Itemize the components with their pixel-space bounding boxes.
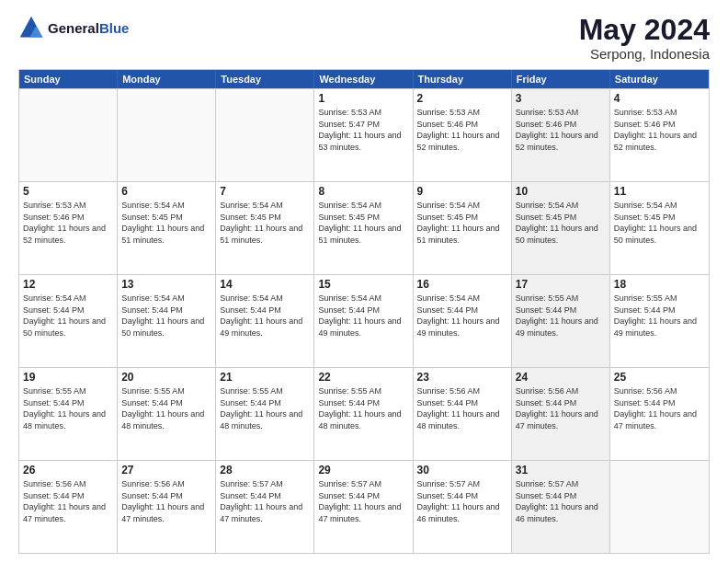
cal-cell: 29Sunrise: 5:57 AM Sunset: 5:44 PM Dayli… bbox=[314, 461, 413, 553]
cell-text: Sunrise: 5:53 AM Sunset: 5:46 PM Dayligh… bbox=[417, 107, 507, 153]
header-day-friday: Friday bbox=[512, 70, 610, 88]
cal-cell: 31Sunrise: 5:57 AM Sunset: 5:44 PM Dayli… bbox=[512, 461, 610, 553]
cell-text: Sunrise: 5:54 AM Sunset: 5:45 PM Dayligh… bbox=[516, 200, 606, 246]
cell-text: Sunrise: 5:54 AM Sunset: 5:44 PM Dayligh… bbox=[23, 293, 113, 339]
cal-cell: 20Sunrise: 5:55 AM Sunset: 5:44 PM Dayli… bbox=[118, 368, 216, 460]
day-number: 3 bbox=[516, 92, 606, 105]
day-number: 11 bbox=[614, 185, 705, 198]
page: GeneralBlue May 2024 Serpong, Indonesia … bbox=[0, 0, 728, 563]
cal-cell: 15Sunrise: 5:54 AM Sunset: 5:44 PM Dayli… bbox=[314, 275, 413, 367]
cell-text: Sunrise: 5:57 AM Sunset: 5:44 PM Dayligh… bbox=[516, 478, 606, 524]
cell-text: Sunrise: 5:54 AM Sunset: 5:45 PM Dayligh… bbox=[121, 200, 211, 246]
cal-cell: 16Sunrise: 5:54 AM Sunset: 5:44 PM Dayli… bbox=[414, 275, 512, 367]
cal-cell bbox=[610, 461, 709, 553]
cell-text: Sunrise: 5:56 AM Sunset: 5:44 PM Dayligh… bbox=[121, 478, 211, 524]
cell-text: Sunrise: 5:56 AM Sunset: 5:44 PM Dayligh… bbox=[417, 385, 507, 431]
day-number: 20 bbox=[121, 371, 211, 384]
week-row-2: 5Sunrise: 5:53 AM Sunset: 5:46 PM Daylig… bbox=[19, 181, 709, 274]
cell-text: Sunrise: 5:57 AM Sunset: 5:44 PM Dayligh… bbox=[318, 478, 408, 524]
cell-text: Sunrise: 5:54 AM Sunset: 5:45 PM Dayligh… bbox=[318, 200, 408, 246]
cal-cell: 6Sunrise: 5:54 AM Sunset: 5:45 PM Daylig… bbox=[118, 182, 216, 274]
day-number: 21 bbox=[220, 371, 310, 384]
day-number: 14 bbox=[220, 278, 310, 291]
day-number: 1 bbox=[318, 92, 408, 105]
cell-text: Sunrise: 5:53 AM Sunset: 5:46 PM Dayligh… bbox=[516, 107, 606, 153]
cal-cell: 26Sunrise: 5:56 AM Sunset: 5:44 PM Dayli… bbox=[19, 461, 118, 553]
day-number: 6 bbox=[121, 185, 211, 198]
cal-cell: 12Sunrise: 5:54 AM Sunset: 5:44 PM Dayli… bbox=[19, 275, 118, 367]
day-number: 15 bbox=[318, 278, 408, 291]
logo-general: General bbox=[48, 20, 99, 36]
logo-blue-text: Blue bbox=[99, 20, 130, 36]
cal-cell bbox=[118, 89, 216, 181]
cell-text: Sunrise: 5:54 AM Sunset: 5:44 PM Dayligh… bbox=[318, 293, 408, 339]
cal-cell: 21Sunrise: 5:55 AM Sunset: 5:44 PM Dayli… bbox=[216, 368, 314, 460]
cal-cell: 2Sunrise: 5:53 AM Sunset: 5:46 PM Daylig… bbox=[414, 89, 512, 181]
cal-cell: 19Sunrise: 5:55 AM Sunset: 5:44 PM Dayli… bbox=[19, 368, 118, 460]
cell-text: Sunrise: 5:56 AM Sunset: 5:44 PM Dayligh… bbox=[614, 385, 705, 431]
cell-text: Sunrise: 5:55 AM Sunset: 5:44 PM Dayligh… bbox=[516, 293, 606, 339]
cell-text: Sunrise: 5:53 AM Sunset: 5:46 PM Dayligh… bbox=[23, 200, 113, 246]
day-number: 22 bbox=[318, 371, 408, 384]
cell-text: Sunrise: 5:54 AM Sunset: 5:45 PM Dayligh… bbox=[220, 200, 310, 246]
header-day-thursday: Thursday bbox=[414, 70, 512, 88]
logo-text: GeneralBlue bbox=[48, 20, 129, 36]
week-row-3: 12Sunrise: 5:54 AM Sunset: 5:44 PM Dayli… bbox=[19, 274, 709, 367]
cal-cell: 25Sunrise: 5:56 AM Sunset: 5:44 PM Dayli… bbox=[610, 368, 709, 460]
cell-text: Sunrise: 5:57 AM Sunset: 5:44 PM Dayligh… bbox=[417, 478, 507, 524]
header-day-monday: Monday bbox=[118, 70, 216, 88]
title-area: May 2024 Serpong, Indonesia bbox=[579, 15, 710, 62]
cell-text: Sunrise: 5:53 AM Sunset: 5:47 PM Dayligh… bbox=[318, 107, 408, 153]
day-number: 26 bbox=[23, 464, 113, 477]
calendar-body: 1Sunrise: 5:53 AM Sunset: 5:47 PM Daylig… bbox=[19, 88, 709, 553]
cell-text: Sunrise: 5:55 AM Sunset: 5:44 PM Dayligh… bbox=[121, 385, 211, 431]
day-number: 12 bbox=[23, 278, 113, 291]
day-number: 16 bbox=[417, 278, 507, 291]
day-number: 23 bbox=[417, 371, 507, 384]
cal-cell: 9Sunrise: 5:54 AM Sunset: 5:45 PM Daylig… bbox=[414, 182, 512, 274]
cal-cell: 23Sunrise: 5:56 AM Sunset: 5:44 PM Dayli… bbox=[414, 368, 512, 460]
logo: GeneralBlue bbox=[18, 15, 129, 40]
header: GeneralBlue May 2024 Serpong, Indonesia bbox=[18, 15, 710, 62]
calendar: SundayMondayTuesdayWednesdayThursdayFrid… bbox=[18, 69, 710, 554]
cal-cell: 13Sunrise: 5:54 AM Sunset: 5:44 PM Dayli… bbox=[118, 275, 216, 367]
day-number: 30 bbox=[417, 464, 507, 477]
cal-cell: 24Sunrise: 5:56 AM Sunset: 5:44 PM Dayli… bbox=[512, 368, 610, 460]
cell-text: Sunrise: 5:54 AM Sunset: 5:45 PM Dayligh… bbox=[417, 200, 507, 246]
month-title: May 2024 bbox=[579, 15, 710, 44]
day-number: 28 bbox=[220, 464, 310, 477]
header-day-saturday: Saturday bbox=[610, 70, 709, 88]
cal-cell: 22Sunrise: 5:55 AM Sunset: 5:44 PM Dayli… bbox=[314, 368, 413, 460]
cell-text: Sunrise: 5:54 AM Sunset: 5:45 PM Dayligh… bbox=[614, 200, 705, 246]
location: Serpong, Indonesia bbox=[579, 46, 710, 62]
cell-text: Sunrise: 5:54 AM Sunset: 5:44 PM Dayligh… bbox=[220, 293, 310, 339]
cal-cell bbox=[216, 89, 314, 181]
cell-text: Sunrise: 5:54 AM Sunset: 5:44 PM Dayligh… bbox=[121, 293, 211, 339]
logo-icon bbox=[18, 15, 44, 40]
day-number: 2 bbox=[417, 92, 507, 105]
cal-cell: 7Sunrise: 5:54 AM Sunset: 5:45 PM Daylig… bbox=[216, 182, 314, 274]
header-day-sunday: Sunday bbox=[19, 70, 118, 88]
day-number: 27 bbox=[121, 464, 211, 477]
header-day-tuesday: Tuesday bbox=[216, 70, 314, 88]
day-number: 25 bbox=[614, 371, 705, 384]
day-number: 10 bbox=[516, 185, 606, 198]
day-number: 17 bbox=[516, 278, 606, 291]
day-number: 5 bbox=[23, 185, 113, 198]
cell-text: Sunrise: 5:55 AM Sunset: 5:44 PM Dayligh… bbox=[220, 385, 310, 431]
cal-cell: 27Sunrise: 5:56 AM Sunset: 5:44 PM Dayli… bbox=[118, 461, 216, 553]
day-number: 9 bbox=[417, 185, 507, 198]
cal-cell bbox=[19, 89, 118, 181]
day-number: 7 bbox=[220, 185, 310, 198]
cal-cell: 11Sunrise: 5:54 AM Sunset: 5:45 PM Dayli… bbox=[610, 182, 709, 274]
week-row-1: 1Sunrise: 5:53 AM Sunset: 5:47 PM Daylig… bbox=[19, 88, 709, 181]
cal-cell: 17Sunrise: 5:55 AM Sunset: 5:44 PM Dayli… bbox=[512, 275, 610, 367]
header-day-wednesday: Wednesday bbox=[314, 70, 413, 88]
cal-cell: 30Sunrise: 5:57 AM Sunset: 5:44 PM Dayli… bbox=[414, 461, 512, 553]
day-number: 31 bbox=[516, 464, 606, 477]
cal-cell: 14Sunrise: 5:54 AM Sunset: 5:44 PM Dayli… bbox=[216, 275, 314, 367]
cal-cell: 3Sunrise: 5:53 AM Sunset: 5:46 PM Daylig… bbox=[512, 89, 610, 181]
cal-cell: 18Sunrise: 5:55 AM Sunset: 5:44 PM Dayli… bbox=[610, 275, 709, 367]
week-row-4: 19Sunrise: 5:55 AM Sunset: 5:44 PM Dayli… bbox=[19, 367, 709, 460]
cell-text: Sunrise: 5:55 AM Sunset: 5:44 PM Dayligh… bbox=[23, 385, 113, 431]
